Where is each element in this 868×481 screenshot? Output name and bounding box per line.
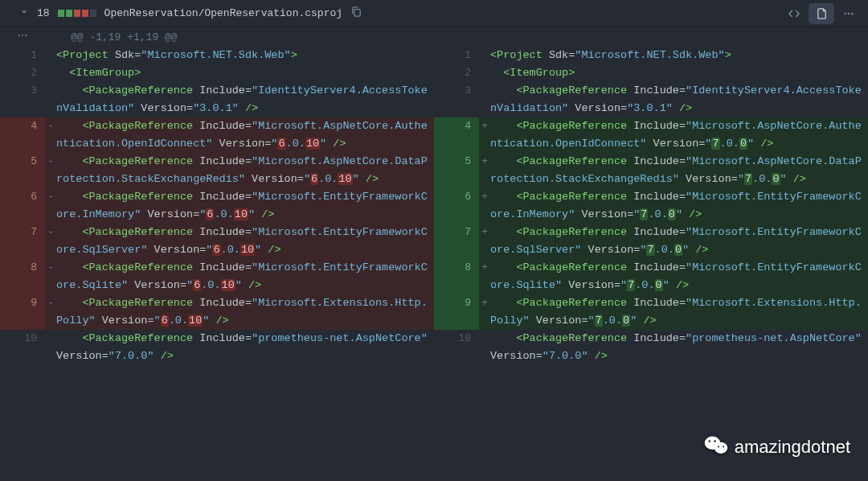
diff-marker [479,330,490,365]
diff-line-del: 7- <PackageReference Include="Microsoft.… [0,224,434,259]
code-content[interactable]: <Project Sdk="Microsoft.NET.Sdk.Web"> [56,47,434,64]
line-number[interactable]: 5 [434,153,479,188]
code-content[interactable]: <PackageReference Include="IdentityServe… [490,82,868,117]
diff-marker [45,64,56,82]
diff-line-add: 6+ <PackageReference Include="Microsoft.… [434,188,868,224]
svg-point-4 [18,35,19,36]
line-number[interactable]: 1 [434,47,479,64]
diff-line-del: 9- <PackageReference Include="Microsoft.… [0,294,434,330]
code-content[interactable]: <PackageReference Include="prometheus-ne… [56,330,434,365]
chevron-down-icon[interactable] [19,7,32,20]
diff-marker: - [45,153,56,188]
diff-line-ctx: 10 <PackageReference Include="prometheus… [434,330,868,365]
svg-point-6 [25,35,27,36]
diff-marker: - [45,224,56,259]
code-content[interactable]: <ItemGroup> [490,64,868,82]
line-number[interactable]: 8 [0,259,45,294]
diff-line-add: 8+ <PackageReference Include="Microsoft.… [434,259,868,294]
line-number[interactable]: 8 [434,259,479,294]
code-content[interactable]: <PackageReference Include="Microsoft.Ent… [490,188,868,224]
code-content[interactable]: <PackageReference Include="prometheus-ne… [490,330,868,365]
svg-point-5 [22,35,23,36]
code-content[interactable]: <Project Sdk="Microsoft.NET.Sdk.Web"> [490,47,868,64]
wechat-icon [704,434,728,460]
diff-stat-blocks [58,10,96,17]
code-content[interactable]: <PackageReference Include="Microsoft.Ent… [490,259,868,294]
diff-line-ctx: 3 <PackageReference Include="IdentitySer… [0,82,434,117]
line-number[interactable]: 6 [434,188,479,224]
line-number[interactable]: 3 [434,82,479,117]
diff-marker [479,47,490,64]
hunk-range: @@ -1,19 +1,19 @@ [71,31,178,43]
svg-point-8 [714,442,727,454]
line-number[interactable]: 6 [0,188,45,224]
diff-marker [45,47,56,64]
diff-marker: + [479,259,490,294]
diff-line-ctx: 2 <ItemGroup> [0,64,434,82]
diff-line-add: 9+ <PackageReference Include="Microsoft.… [434,294,868,330]
diff-marker: + [479,117,490,153]
more-actions-button[interactable] [836,3,862,24]
code-content[interactable]: <PackageReference Include="Microsoft.Ent… [490,224,868,259]
line-number[interactable]: 7 [434,224,479,259]
diff-line-ctx: 1 <Project Sdk="Microsoft.NET.Sdk.Web"> [434,47,868,64]
diff-line-ctx: 3 <PackageReference Include="IdentitySer… [434,82,868,117]
code-content[interactable]: <PackageReference Include="Microsoft.Ext… [56,294,434,330]
code-content[interactable]: <PackageReference Include="IdentityServe… [56,82,434,117]
code-content[interactable]: <PackageReference Include="Microsoft.Asp… [490,117,868,153]
expand-hunk-button[interactable] [0,27,45,47]
code-view-button[interactable] [781,3,807,24]
diff-marker: - [45,259,56,294]
diff-marker [479,64,490,82]
code-content[interactable]: <PackageReference Include="Microsoft.Ent… [56,224,434,259]
diff-line-ctx: 10 <PackageReference Include="prometheus… [0,330,434,365]
line-number[interactable]: 4 [0,117,45,153]
code-content[interactable]: <PackageReference Include="Microsoft.Asp… [490,153,868,188]
svg-point-2 [848,12,850,14]
file-view-button[interactable] [809,3,834,24]
diff-marker: + [479,224,490,259]
code-content[interactable]: <PackageReference Include="Microsoft.Asp… [56,153,434,188]
svg-rect-0 [354,10,361,16]
line-number[interactable]: 9 [0,294,45,330]
svg-point-12 [723,446,724,447]
diff-marker: + [479,294,490,330]
diff-line-ctx: 1 <Project Sdk="Microsoft.NET.Sdk.Web"> [0,47,434,64]
svg-point-10 [714,440,716,442]
diff-marker: + [479,188,490,224]
code-content[interactable]: <PackageReference Include="Microsoft.Ext… [490,294,868,330]
diff-left-pane: 1 <Project Sdk="Microsoft.NET.Sdk.Web">2… [0,47,434,365]
line-number[interactable]: 3 [0,82,45,117]
svg-point-11 [718,446,719,447]
diff-right-pane: 1 <Project Sdk="Microsoft.NET.Sdk.Web">2… [434,47,868,365]
line-number[interactable]: 4 [434,117,479,153]
code-content[interactable]: <PackageReference Include="Microsoft.Ent… [56,188,434,224]
line-number[interactable]: 2 [434,64,479,82]
line-number[interactable]: 1 [0,47,45,64]
header-actions [781,0,868,27]
code-content[interactable]: <ItemGroup> [56,64,434,82]
hunk-header: @@ -1,19 +1,19 @@ [0,27,868,47]
diff-body: 1 <Project Sdk="Microsoft.NET.Sdk.Web">2… [0,47,868,365]
copy-path-icon[interactable] [350,6,362,21]
line-number[interactable]: 10 [434,330,479,365]
line-number[interactable]: 7 [0,224,45,259]
code-content[interactable]: <PackageReference Include="Microsoft.Ent… [56,259,434,294]
line-number[interactable]: 2 [0,64,45,82]
line-number[interactable]: 9 [434,294,479,330]
diff-marker: + [479,153,490,188]
diff-line-del: 6- <PackageReference Include="Microsoft.… [0,188,434,224]
code-content[interactable]: <PackageReference Include="Microsoft.Asp… [56,117,434,153]
diff-marker [45,330,56,365]
watermark-text: amazingdotnet [735,437,850,458]
diff-line-add: 4+ <PackageReference Include="Microsoft.… [434,117,868,153]
diff-line-add: 5+ <PackageReference Include="Microsoft.… [434,153,868,188]
diff-marker [45,82,56,117]
svg-point-9 [708,440,710,442]
diff-marker [479,82,490,117]
svg-point-1 [844,12,845,14]
line-number[interactable]: 5 [0,153,45,188]
file-path[interactable]: OpenReservation/OpenReservation.csproj [104,7,342,19]
line-number[interactable]: 10 [0,330,45,365]
file-header: 18 OpenReservation/OpenReservation.cspro… [0,0,868,27]
